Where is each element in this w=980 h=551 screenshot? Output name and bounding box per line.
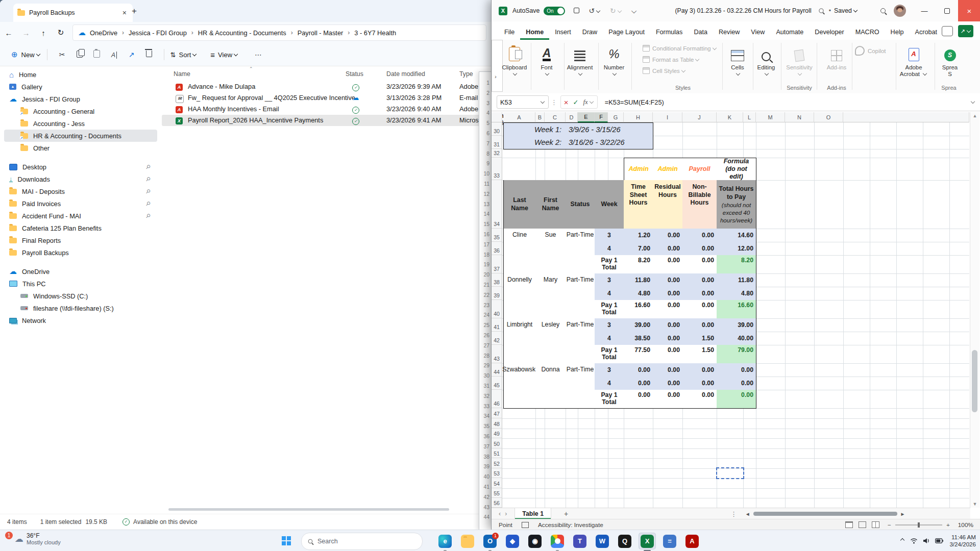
- residual-hours[interactable]: 0.00: [653, 242, 683, 256]
- forward-button[interactable]: →: [17, 29, 35, 37]
- nonbillable-hours[interactable]: 0.00: [682, 363, 717, 377]
- timesheet-hours[interactable]: 1.20: [624, 229, 653, 242]
- employee-status[interactable]: Part-Time: [566, 229, 595, 274]
- ribbon-tab-macro[interactable]: MACRO: [850, 24, 885, 40]
- sidebar-item-network[interactable]: Network: [4, 314, 157, 327]
- ribbon-tab-home[interactable]: Home: [520, 24, 549, 40]
- role-header-1[interactable]: Admin: [624, 158, 653, 181]
- employee-first-name[interactable]: Donna: [535, 363, 566, 409]
- column-header-K[interactable]: K: [717, 112, 743, 122]
- select-all-corner[interactable]: [492, 112, 502, 122]
- zoom-level[interactable]: 100%: [958, 521, 973, 529]
- breadcrumb-segment[interactable]: HR & Accounting - Documents: [197, 29, 287, 37]
- pay-total-nonbillable[interactable]: 0.00: [682, 390, 717, 409]
- normal-view-icon[interactable]: [845, 521, 853, 528]
- taskbar-app-chrome[interactable]: [549, 533, 566, 549]
- row-header-39[interactable]: 39: [492, 287, 502, 300]
- column-header-I[interactable]: I: [653, 112, 682, 122]
- sidebar-item-cafeteria-125-plan-benefits[interactable]: Cafeteria 125 Plan Benefits: [4, 222, 157, 234]
- nonbillable-hours[interactable]: 0.00: [682, 377, 717, 390]
- timesheet-hours[interactable]: 0.00: [624, 377, 653, 390]
- employee-first-name[interactable]: Sue: [535, 229, 566, 274]
- background-window-edge[interactable]: 1234567891011121314151617181920212223242…: [479, 71, 493, 531]
- sidebar-item-downloads[interactable]: ↓Downloads⚲: [4, 173, 157, 185]
- ribbon-tab-file[interactable]: File: [499, 24, 520, 40]
- name-box[interactable]: K53: [497, 95, 549, 109]
- breadcrumb-segment[interactable]: Jessica - FDI Group: [128, 29, 188, 37]
- delete-icon[interactable]: [140, 51, 158, 59]
- residual-hours[interactable]: 0.00: [653, 332, 683, 345]
- new-tab-button[interactable]: +: [132, 6, 137, 16]
- total-hours[interactable]: 39.00: [717, 318, 756, 332]
- employee-last-name[interactable]: Donnelly: [503, 273, 536, 319]
- zoom-out-icon[interactable]: −: [888, 521, 891, 529]
- week-number[interactable]: 3: [595, 363, 624, 377]
- nonbillable-hours[interactable]: 1.50: [682, 332, 717, 345]
- battery-icon[interactable]: [935, 538, 943, 543]
- nonbillable-hours[interactable]: 0.00: [682, 273, 717, 287]
- search-box[interactable]: Search: [301, 533, 423, 550]
- sidebar-item-mai-deposits[interactable]: MAI - Deposits⚲: [4, 185, 157, 197]
- column-header-D[interactable]: D: [566, 112, 578, 122]
- employee-last-name[interactable]: Szwabowski: [503, 363, 536, 409]
- prev-sheet-icon[interactable]: ‹: [499, 510, 501, 517]
- next-sheet-icon[interactable]: ›: [505, 510, 507, 517]
- sidebar-item-this-pc[interactable]: This PC: [4, 278, 157, 290]
- total-hours[interactable]: 4.80: [717, 287, 756, 300]
- column-header-L[interactable]: L: [743, 112, 756, 122]
- nonbillable-hours[interactable]: 0.00: [682, 229, 717, 242]
- ribbon-group-addins[interactable]: Add-ins: [821, 43, 852, 71]
- row-header-31[interactable]: 31: [492, 136, 502, 149]
- row-header-40[interactable]: 40: [492, 300, 502, 318]
- residual-hours[interactable]: 0.00: [653, 363, 683, 377]
- employee-last-name[interactable]: Cline: [503, 229, 536, 274]
- breadcrumb-segment[interactable]: 3 - 6Y7 Health: [353, 29, 397, 37]
- row-header-55[interactable]: 55: [492, 488, 502, 498]
- total-hours[interactable]: 40.00: [717, 332, 756, 345]
- page-break-view-icon[interactable]: [872, 521, 879, 528]
- breadcrumb[interactable]: ☁ OneDrive›Jessica - FDI Group›HR & Acco…: [72, 24, 486, 41]
- ribbon-tab-help[interactable]: Help: [885, 24, 910, 40]
- share-button[interactable]: ↗: [958, 25, 973, 37]
- pay-total-label[interactable]: Pay 1 Total: [595, 345, 624, 364]
- ribbon-tab-acrobat[interactable]: Acrobat: [910, 24, 943, 40]
- week-number[interactable]: 3: [595, 229, 624, 242]
- paste-icon[interactable]: [88, 50, 106, 59]
- residual-hours[interactable]: 0.00: [653, 377, 683, 390]
- undo-icon[interactable]: ↺: [589, 7, 601, 15]
- timesheet-hours[interactable]: 11.80: [624, 273, 653, 287]
- pay-total-timesheet[interactable]: 0.00: [624, 390, 653, 409]
- ribbon-tab-page-layout[interactable]: Page Layout: [603, 24, 650, 40]
- sidebar-item-gallery[interactable]: ▲Gallery: [4, 81, 157, 93]
- row-header-51[interactable]: 51: [492, 448, 502, 459]
- insert-function-icon[interactable]: fx: [583, 98, 587, 106]
- role-header-2[interactable]: Admin: [653, 158, 683, 181]
- employee-status[interactable]: Part-Time: [566, 318, 595, 364]
- sidebar-item-accounting-general[interactable]: Accounting - General: [4, 105, 157, 117]
- row-header-45[interactable]: 45: [492, 377, 502, 390]
- back-button[interactable]: ←: [0, 29, 17, 37]
- pay-total-label[interactable]: Pay 1 Total: [595, 390, 624, 409]
- minimize-button[interactable]: —: [913, 0, 936, 21]
- timesheet-hours[interactable]: 4.80: [624, 287, 653, 300]
- table-header-total[interactable]: Total Hours to Pay(should not exceed 40 …: [717, 180, 756, 229]
- ribbon-group-sensitivity[interactable]: Sensitivity: [783, 43, 815, 77]
- quick-access-chevron-icon[interactable]: ⌵: [631, 7, 637, 15]
- page-layout-view-icon[interactable]: [859, 521, 866, 528]
- pay-total-timesheet[interactable]: 8.20: [624, 255, 653, 274]
- row-header-33[interactable]: 33: [492, 158, 502, 180]
- role-header-3[interactable]: Payroll: [682, 158, 717, 181]
- pay-total-residual[interactable]: 0.00: [653, 255, 683, 274]
- role-header-4[interactable]: Formula (do not edit): [717, 158, 756, 181]
- column-header-C[interactable]: C: [545, 112, 566, 122]
- scroll-up-icon[interactable]: ▲: [970, 113, 979, 118]
- row-header-43[interactable]: 43: [492, 345, 502, 363]
- week-number[interactable]: 4: [595, 287, 624, 300]
- pay-total-label[interactable]: Pay 1 Total: [595, 300, 624, 319]
- week-number[interactable]: 4: [595, 332, 624, 345]
- week-number[interactable]: 3: [595, 273, 624, 287]
- pay-total-label[interactable]: Pay 1 Total: [595, 255, 624, 274]
- taskbar-app-excel[interactable]: X: [639, 533, 656, 549]
- horizontal-scrollbar[interactable]: [168, 508, 449, 511]
- column-header-type[interactable]: Type: [459, 70, 473, 78]
